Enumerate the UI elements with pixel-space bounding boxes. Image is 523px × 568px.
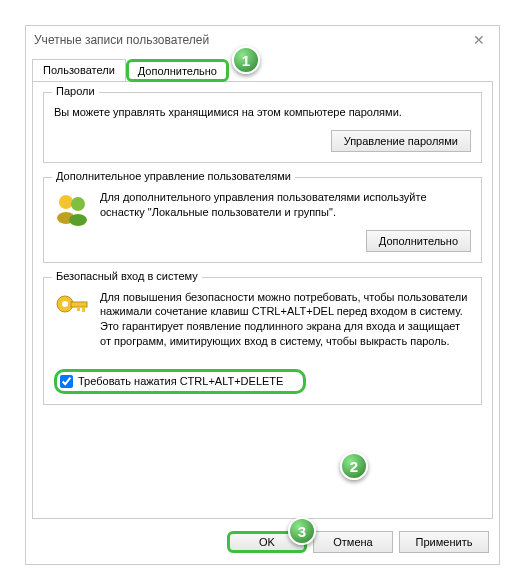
user-accounts-dialog: Учетные записи пользователей ✕ Пользоват… [25, 25, 500, 565]
callout-2: 2 [340, 452, 368, 480]
svg-point-1 [71, 197, 85, 211]
passwords-desc: Вы можете управлять хранящимися на этом … [54, 105, 471, 120]
svg-point-3 [69, 214, 87, 226]
tab-content: Пароли Вы можете управлять хранящимися н… [32, 81, 493, 519]
group-passwords: Пароли Вы можете управлять хранящимися н… [43, 92, 482, 163]
svg-point-0 [59, 195, 73, 209]
group-secure-logon: Безопасный вход в систему Для повышения … [43, 277, 482, 405]
group-advusers-legend: Дополнительное управление пользователями [52, 170, 295, 182]
callout-1: 1 [232, 46, 260, 74]
callout-3: 3 [288, 517, 316, 545]
window-title: Учетные записи пользователей [34, 33, 467, 47]
advusers-desc: Для дополнительного управления пользоват… [100, 190, 471, 220]
svg-rect-6 [71, 302, 87, 307]
require-cad-input[interactable] [60, 375, 73, 388]
apply-button[interactable]: Применить [399, 531, 489, 553]
require-cad-label: Требовать нажатия CTRL+ALT+DELETE [78, 375, 283, 387]
svg-rect-8 [77, 307, 80, 311]
svg-point-5 [62, 301, 68, 307]
group-advanced-users: Дополнительное управление пользователями… [43, 177, 482, 263]
close-icon[interactable]: ✕ [467, 32, 491, 48]
tab-users[interactable]: Пользователи [32, 59, 126, 82]
svg-rect-7 [82, 307, 85, 312]
cancel-button[interactable]: Отмена [313, 531, 393, 553]
group-passwords-legend: Пароли [52, 85, 99, 97]
tab-advanced[interactable]: Дополнительно [126, 59, 229, 82]
dialog-footer: OK Отмена Применить [26, 525, 499, 561]
advanced-button[interactable]: Дополнительно [366, 230, 471, 252]
require-cad-checkbox[interactable]: Требовать нажатия CTRL+ALT+DELETE [54, 369, 306, 394]
tabstrip: Пользователи Дополнительно [26, 58, 499, 81]
group-secure-legend: Безопасный вход в систему [52, 270, 202, 282]
users-icon [54, 190, 90, 226]
manage-passwords-button[interactable]: Управление паролями [331, 130, 471, 152]
key-icon [54, 290, 90, 326]
secure-desc: Для повышения безопасности можно потребо… [100, 290, 471, 349]
titlebar: Учетные записи пользователей ✕ [26, 26, 499, 54]
